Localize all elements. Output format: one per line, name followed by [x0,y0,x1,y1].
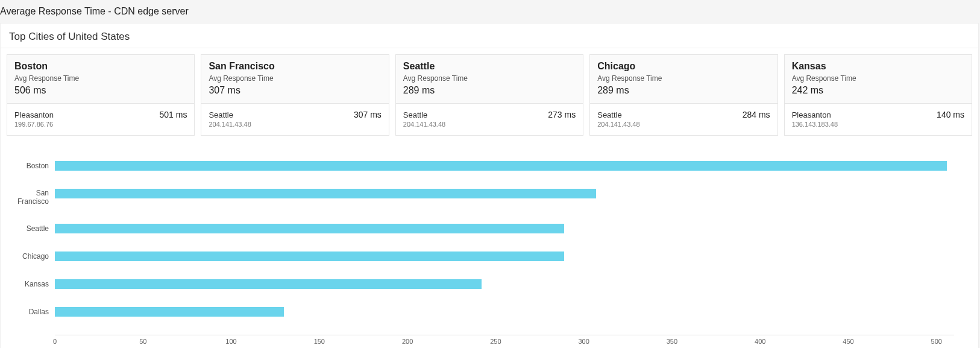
bar-fill[interactable] [55,224,564,233]
bar-fill[interactable] [55,161,947,171]
metric-label: Avg Response Time [597,74,770,83]
probe-ip: 136.143.183.48 [792,121,964,128]
bar-fill[interactable] [55,252,564,261]
avg-response-time: 242 ms [792,85,964,96]
probe-ip: 199.67.86.76 [14,121,187,128]
city-name: San Francisco [209,61,381,72]
axis-tick: 350 [667,335,677,345]
axis-tick: 0 [53,335,57,345]
axis-tick: 450 [843,335,853,345]
axis-tick: 300 [578,335,589,345]
avg-response-time: 289 ms [403,85,576,96]
bar-track [55,307,954,317]
probe-time: 284 ms [743,110,770,119]
city-name: Kansas [792,61,964,72]
avg-response-time: 307 ms [209,85,381,96]
probe-time: 273 ms [548,110,576,119]
city-card-header: Boston Avg Response Time 506 ms [7,55,194,103]
metric-label: Avg Response Time [792,74,964,83]
bar-track [55,189,954,198]
city-card-detail: Seattle 284 ms 204.141.43.48 [590,103,777,135]
probe-ip: 204.141.43.48 [209,121,381,128]
bar-fill[interactable] [55,279,482,289]
city-name: Boston [14,61,187,72]
avg-response-time: 289 ms [597,85,770,96]
axis-tick: 100 [225,335,236,345]
probe-location: Pleasanton [14,110,54,119]
city-card-header: San Francisco Avg Response Time 307 ms [201,55,388,103]
city-cards-row: Boston Avg Response Time 506 ms Pleasant… [1,48,978,143]
metric-label: Avg Response Time [14,74,187,83]
x-axis: 050100150200250300350400450500 [55,335,954,347]
bar-track [55,224,954,233]
axis-tick: 400 [755,335,765,345]
axis-tick: 50 [139,335,146,345]
bar-fill[interactable] [55,307,284,317]
bar-label: Kansas [7,280,55,288]
city-name: Seattle [403,61,576,72]
bar-label: Chicago [7,252,55,261]
city-card[interactable]: Boston Avg Response Time 506 ms Pleasant… [7,54,195,136]
city-card-header: Kansas Avg Response Time 242 ms [785,55,972,103]
panel-title: Top Cities of United States [1,24,978,48]
city-card-header: Chicago Avg Response Time 289 ms [590,55,777,103]
city-card[interactable]: Seattle Avg Response Time 289 ms Seattle… [395,54,583,136]
probe-location: Seattle [597,110,621,119]
city-name: Chicago [597,61,770,72]
city-card[interactable]: Kansas Avg Response Time 242 ms Pleasant… [784,54,972,136]
city-card[interactable]: Chicago Avg Response Time 289 ms Seattle… [589,54,777,136]
city-card-header: Seattle Avg Response Time 289 ms [396,55,583,103]
top-cities-panel: Top Cities of United States Boston Avg R… [0,23,979,348]
city-card-detail: Pleasanton 140 ms 136.143.183.48 [785,103,972,135]
bar-label: San Francisco [7,189,55,206]
avg-response-time: 506 ms [14,85,187,96]
metric-label: Avg Response Time [403,74,576,83]
probe-location: Seattle [403,110,427,119]
bar-label: Seattle [7,224,55,233]
axis-tick: 200 [402,335,413,345]
bar-track [55,279,954,289]
axis-tick: 500 [931,335,942,345]
bar-label: Dallas [7,308,55,316]
metric-label: Avg Response Time [209,74,381,83]
response-time-chart: BostonSan FranciscoSeattleChicagoKansasD… [1,143,978,348]
page-title: Average Response Time - CDN edge server [0,0,980,23]
city-card-detail: Seattle 307 ms 204.141.43.48 [201,103,388,135]
bar-track [55,252,954,261]
axis-tick: 150 [314,335,325,345]
axis-tick: 250 [490,335,501,345]
city-card[interactable]: San Francisco Avg Response Time 307 ms S… [201,54,389,136]
probe-time: 307 ms [354,110,382,119]
city-card-detail: Pleasanton 501 ms 199.67.86.76 [7,103,194,135]
bar-fill[interactable] [55,189,596,198]
probe-location: Pleasanton [792,110,831,119]
probe-time: 140 ms [937,110,964,119]
bar-label: Boston [7,162,55,170]
probe-time: 501 ms [159,110,187,119]
probe-ip: 204.141.43.48 [597,121,770,128]
bar-track [55,161,954,171]
probe-ip: 204.141.43.48 [403,121,576,128]
city-card-detail: Seattle 273 ms 204.141.43.48 [396,103,583,135]
probe-location: Seattle [209,110,233,119]
